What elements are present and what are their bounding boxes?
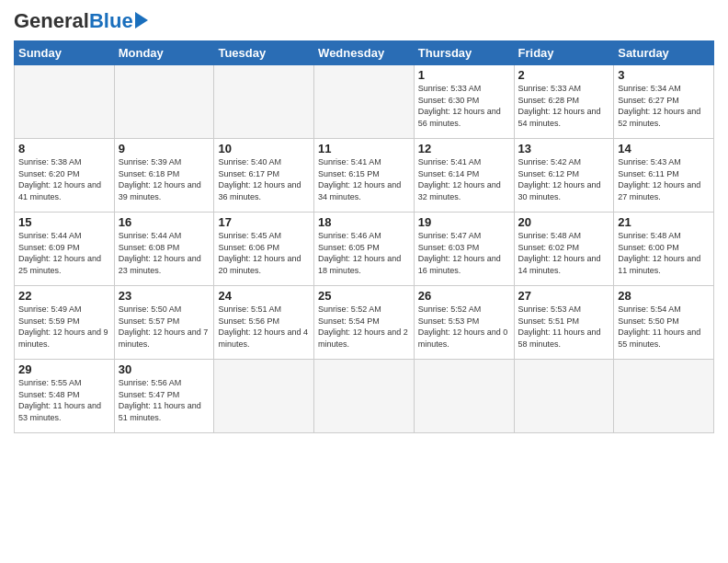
- calendar-cell: 20Sunrise: 5:48 AMSunset: 6:02 PMDayligh…: [514, 213, 614, 286]
- day-info: Sunrise: 5:47 AMSunset: 6:03 PMDaylight:…: [418, 230, 510, 276]
- calendar-cell: 16Sunrise: 5:44 AMSunset: 6:08 PMDayligh…: [114, 213, 214, 286]
- day-info: Sunrise: 5:51 AMSunset: 5:56 PMDaylight:…: [218, 304, 310, 350]
- day-info: Sunrise: 5:42 AMSunset: 6:12 PMDaylight:…: [518, 156, 610, 202]
- day-info: Sunrise: 5:33 AMSunset: 6:28 PMDaylight:…: [518, 83, 610, 129]
- day-number: 8: [18, 142, 110, 155]
- col-header-tuesday: Tuesday: [214, 41, 314, 65]
- calendar-cell: 28Sunrise: 5:54 AMSunset: 5:50 PMDayligh…: [614, 286, 714, 360]
- calendar-cell: 14Sunrise: 5:43 AMSunset: 6:11 PMDayligh…: [614, 139, 714, 213]
- day-number: 28: [618, 289, 710, 303]
- calendar-cell: 27Sunrise: 5:53 AMSunset: 5:51 PMDayligh…: [514, 286, 614, 360]
- calendar-cell: [114, 65, 214, 139]
- day-number: 18: [318, 215, 410, 229]
- day-number: 26: [418, 289, 510, 303]
- calendar-cell: [15, 65, 115, 139]
- calendar-week-1: 1Sunrise: 5:33 AMSunset: 6:30 PMDaylight…: [15, 65, 714, 139]
- day-info: Sunrise: 5:52 AMSunset: 5:53 PMDaylight:…: [418, 304, 510, 350]
- calendar-cell: 12Sunrise: 5:41 AMSunset: 6:14 PMDayligh…: [414, 139, 514, 213]
- day-info: Sunrise: 5:45 AMSunset: 6:06 PMDaylight:…: [218, 230, 310, 276]
- calendar-cell: 13Sunrise: 5:42 AMSunset: 6:12 PMDayligh…: [514, 139, 614, 213]
- calendar-cell: 11Sunrise: 5:41 AMSunset: 6:15 PMDayligh…: [314, 139, 415, 213]
- day-info: Sunrise: 5:49 AMSunset: 5:59 PMDaylight:…: [18, 304, 110, 350]
- day-number: 27: [518, 289, 610, 303]
- day-number: 19: [418, 215, 510, 229]
- day-number: 9: [119, 142, 210, 155]
- col-header-wednesday: Wednesday: [314, 41, 415, 65]
- calendar-cell: 21Sunrise: 5:48 AMSunset: 6:00 PMDayligh…: [614, 213, 714, 286]
- logo-arrow-icon: [135, 12, 148, 29]
- col-header-friday: Friday: [514, 41, 614, 65]
- calendar-cell: 19Sunrise: 5:47 AMSunset: 6:03 PMDayligh…: [414, 213, 514, 286]
- day-info: Sunrise: 5:44 AMSunset: 6:08 PMDaylight:…: [119, 230, 210, 276]
- calendar-cell: 25Sunrise: 5:52 AMSunset: 5:54 PMDayligh…: [314, 286, 415, 360]
- col-header-thursday: Thursday: [414, 41, 514, 65]
- day-info: Sunrise: 5:41 AMSunset: 6:15 PMDaylight:…: [318, 156, 410, 202]
- logo-general: General: [14, 9, 89, 33]
- day-info: Sunrise: 5:34 AMSunset: 6:27 PMDaylight:…: [618, 83, 710, 129]
- logo-blue: Blue: [89, 9, 133, 33]
- day-number: 12: [418, 142, 510, 155]
- logo: General Blue: [14, 9, 148, 33]
- day-number: 13: [518, 142, 610, 155]
- day-info: Sunrise: 5:33 AMSunset: 6:30 PMDaylight:…: [418, 83, 510, 129]
- day-info: Sunrise: 5:54 AMSunset: 5:50 PMDaylight:…: [618, 304, 710, 350]
- calendar-cell: [614, 360, 714, 433]
- calendar-week-5: 29Sunrise: 5:55 AMSunset: 5:48 PMDayligh…: [15, 360, 714, 433]
- day-info: Sunrise: 5:43 AMSunset: 6:11 PMDaylight:…: [618, 156, 710, 202]
- day-number: 21: [618, 215, 710, 229]
- day-number: 3: [618, 68, 710, 82]
- day-info: Sunrise: 5:50 AMSunset: 5:57 PMDaylight:…: [119, 304, 210, 350]
- day-info: Sunrise: 5:44 AMSunset: 6:09 PMDaylight:…: [18, 230, 110, 276]
- day-info: Sunrise: 5:41 AMSunset: 6:14 PMDaylight:…: [418, 156, 510, 202]
- calendar-week-4: 22Sunrise: 5:49 AMSunset: 5:59 PMDayligh…: [15, 286, 714, 360]
- day-number: 14: [618, 142, 710, 155]
- day-info: Sunrise: 5:52 AMSunset: 5:54 PMDaylight:…: [318, 304, 410, 350]
- calendar-header-row: SundayMondayTuesdayWednesdayThursdayFrid…: [15, 41, 714, 65]
- calendar-cell: 23Sunrise: 5:50 AMSunset: 5:57 PMDayligh…: [114, 286, 214, 360]
- logo-text: General Blue: [14, 9, 148, 33]
- calendar-cell: [214, 65, 314, 139]
- day-number: 29: [18, 362, 110, 376]
- calendar-cell: 17Sunrise: 5:45 AMSunset: 6:06 PMDayligh…: [214, 213, 314, 286]
- header: General Blue: [14, 9, 714, 33]
- calendar-cell: 8Sunrise: 5:38 AMSunset: 6:20 PMDaylight…: [15, 139, 115, 213]
- day-number: 20: [518, 215, 610, 229]
- col-header-sunday: Sunday: [15, 41, 115, 65]
- day-number: 1: [418, 68, 510, 82]
- calendar-cell: [314, 360, 415, 433]
- calendar-cell: 1Sunrise: 5:33 AMSunset: 6:30 PMDaylight…: [414, 65, 514, 139]
- day-number: 30: [119, 362, 210, 376]
- calendar-week-3: 15Sunrise: 5:44 AMSunset: 6:09 PMDayligh…: [15, 213, 714, 286]
- calendar-cell: 2Sunrise: 5:33 AMSunset: 6:28 PMDaylight…: [514, 65, 614, 139]
- col-header-saturday: Saturday: [614, 41, 714, 65]
- day-number: 17: [218, 215, 310, 229]
- day-info: Sunrise: 5:53 AMSunset: 5:51 PMDaylight:…: [518, 304, 610, 350]
- calendar-cell: 22Sunrise: 5:49 AMSunset: 5:59 PMDayligh…: [15, 286, 115, 360]
- day-info: Sunrise: 5:40 AMSunset: 6:17 PMDaylight:…: [218, 156, 310, 202]
- calendar-cell: 10Sunrise: 5:40 AMSunset: 6:17 PMDayligh…: [214, 139, 314, 213]
- calendar-week-2: 8Sunrise: 5:38 AMSunset: 6:20 PMDaylight…: [15, 139, 714, 213]
- calendar-cell: [414, 360, 514, 433]
- calendar-cell: 29Sunrise: 5:55 AMSunset: 5:48 PMDayligh…: [15, 360, 115, 433]
- day-info: Sunrise: 5:56 AMSunset: 5:47 PMDaylight:…: [119, 377, 210, 423]
- day-number: 2: [518, 68, 610, 82]
- day-number: 16: [119, 215, 210, 229]
- day-info: Sunrise: 5:46 AMSunset: 6:05 PMDaylight:…: [318, 230, 410, 276]
- calendar-cell: 26Sunrise: 5:52 AMSunset: 5:53 PMDayligh…: [414, 286, 514, 360]
- day-info: Sunrise: 5:48 AMSunset: 6:00 PMDaylight:…: [618, 230, 710, 276]
- calendar-cell: 9Sunrise: 5:39 AMSunset: 6:18 PMDaylight…: [114, 139, 214, 213]
- calendar-cell: 3Sunrise: 5:34 AMSunset: 6:27 PMDaylight…: [614, 65, 714, 139]
- calendar-table: SundayMondayTuesdayWednesdayThursdayFrid…: [14, 40, 714, 433]
- calendar-cell: [214, 360, 314, 433]
- col-header-monday: Monday: [114, 41, 214, 65]
- day-number: 22: [18, 289, 110, 303]
- day-number: 10: [218, 142, 310, 155]
- day-number: 23: [119, 289, 210, 303]
- calendar-cell: 30Sunrise: 5:56 AMSunset: 5:47 PMDayligh…: [114, 360, 214, 433]
- day-number: 15: [18, 215, 110, 229]
- day-number: 25: [318, 289, 410, 303]
- day-info: Sunrise: 5:55 AMSunset: 5:48 PMDaylight:…: [18, 377, 110, 423]
- calendar-cell: 24Sunrise: 5:51 AMSunset: 5:56 PMDayligh…: [214, 286, 314, 360]
- main-container: General Blue SundayMondayTuesdayWednesda…: [0, 0, 728, 442]
- calendar-cell: 18Sunrise: 5:46 AMSunset: 6:05 PMDayligh…: [314, 213, 415, 286]
